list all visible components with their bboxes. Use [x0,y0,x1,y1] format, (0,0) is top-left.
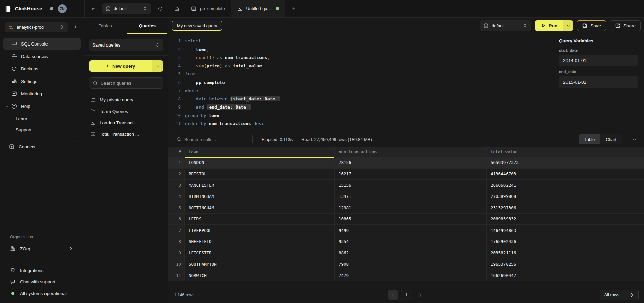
variable-input-end_date[interactable] [559,76,638,88]
cell-total-value[interactable]: 1765902436 [487,236,644,248]
cell-num-transactions[interactable]: 13471 [335,191,487,203]
sidebar-item-help[interactable]: Help [3,100,81,112]
cell-town[interactable]: SHEFFIELD [185,236,335,248]
more-options-button[interactable] [631,137,640,142]
row-index-cell[interactable]: 11 [168,270,185,281]
column-header-index[interactable]: # [168,147,185,157]
cell-town[interactable]: NOTTINGHAM [185,202,335,214]
sql-editor[interactable]: 1select2 town,3 count() as num_transacti… [168,34,553,131]
cell-total-value[interactable]: 4136446703 [487,169,644,180]
cell-num-transactions[interactable]: 7908 [335,259,487,270]
row-index-cell[interactable]: 6 [168,214,185,225]
cell-num-transactions[interactable]: 7479 [335,270,487,281]
new-query-dropdown[interactable] [152,60,163,72]
variable-input-start_date[interactable] [559,55,638,66]
run-database-selector[interactable]: default [480,20,531,31]
workspace-selector[interactable]: aws analytics-prod [5,22,68,32]
home-button[interactable] [168,0,185,17]
cell-num-transactions[interactable]: 12981 [335,202,487,214]
saved-query-tab[interactable]: My new saved query [172,21,222,31]
view-tab-chart[interactable]: Chart [600,134,622,144]
cell-town[interactable]: NORWICH [185,270,335,281]
cell-num-transactions[interactable]: 16217 [335,169,487,180]
cell-town[interactable]: BRISTOL [185,169,335,180]
cell-num-transactions[interactable]: 15156 [335,180,487,191]
cell-total-value[interactable]: 1965378256 [487,259,644,270]
saved-query-item[interactable]: Total Transaction ... [84,128,168,140]
row-index-cell[interactable]: 3 [168,180,185,191]
cell-total-value[interactable]: 2313297306 [487,202,644,214]
search-queries-input[interactable] [101,81,160,86]
cell-town[interactable]: LEICESTER [185,247,335,259]
cell-num-transactions[interactable]: 9354 [335,236,487,248]
saved-query-item[interactable]: Team Queries [84,105,168,117]
add-service-button[interactable]: + [72,24,79,30]
row-index-cell[interactable]: 5 [168,202,185,214]
cell-town[interactable]: BIRMINGHAM [185,191,335,203]
row-index-cell[interactable]: 7 [168,225,185,236]
cell-total-value[interactable]: 2089859332 [487,214,644,225]
cell-num-transactions[interactable]: 9499 [335,225,487,236]
saved-query-item[interactable]: My private query ... [84,94,168,105]
sidebar-item-sql-console[interactable]: SQL Console [3,38,81,50]
cell-total-value[interactable]: 2660602241 [487,180,644,191]
cell-num-transactions[interactable]: 8862 [335,247,487,259]
cell-town[interactable]: SOUTHAMPTON [185,259,335,270]
cell-total-value[interactable]: 2035821116 [487,247,644,259]
collapse-panel-icon[interactable] [90,6,95,11]
sidebar-item-data-sources[interactable]: Data sources [3,51,81,62]
cell-total-value[interactable]: 56593977373 [487,157,644,169]
refresh-icon[interactable] [158,6,163,11]
cell-num-transactions[interactable]: 10865 [335,214,487,225]
sidebar-footer-all-systems-operational[interactable]: All systems operational [0,287,84,299]
expand-chevron[interactable] [5,104,9,108]
column-header-town[interactable]: town [185,147,335,157]
row-index-cell[interactable]: 8 [168,236,185,248]
cell-total-value[interactable]: 1464994863 [487,225,644,236]
new-tab-button[interactable]: + [285,0,302,17]
cell-total-value[interactable]: 2703899808 [487,191,644,203]
saved-queries-selector[interactable]: Saved queries [89,39,163,51]
cell-total-value[interactable]: 1662690447 [487,270,644,281]
tab-untitled-query[interactable]: Untitled qu... [231,0,285,17]
row-index-cell[interactable]: 9 [168,247,185,259]
database-selector[interactable]: default [102,3,151,14]
sidebar-subitem-learn[interactable]: Learn [0,113,84,124]
cell-num-transactions[interactable]: 78156 [335,157,487,169]
sidebar-subitem-support[interactable]: Support [0,124,84,135]
organization-item[interactable]: ZOrg [0,243,84,254]
run-options-button[interactable] [563,20,573,31]
column-header-num-transactions[interactable]: num_transactions [335,147,487,157]
sidebar-item-settings[interactable]: Settings [3,75,81,87]
search-results-input[interactable] [184,137,249,142]
sidebar-footer-chat-with-support[interactable]: Chat with support [0,276,84,287]
cell-town[interactable]: MANCHESTER [185,180,335,191]
share-button[interactable]: Share [610,20,641,31]
avatar[interactable]: ZN [58,4,67,13]
row-index-cell[interactable]: 10 [168,259,185,270]
page-number[interactable]: 1 [401,290,412,300]
new-query-button[interactable]: +New query [89,60,163,72]
sidebar-footer-integrations[interactable]: Integrations [0,265,84,276]
saved-query-item[interactable]: London Transacti... [84,117,168,128]
tab-pp-complete[interactable]: pp_complete [185,0,231,17]
prev-page-button[interactable] [388,290,398,300]
cell-town[interactable]: LEEDS [185,214,335,225]
save-button[interactable]: Save [577,20,606,31]
row-index-cell[interactable]: 1 [168,157,185,169]
row-index-cell[interactable]: 2 [168,169,185,180]
connect-button[interactable]: Connect [5,141,79,152]
view-tab-table[interactable]: Table [579,134,600,144]
tab-tables[interactable]: Tables [84,18,126,34]
column-header-total-value[interactable]: total_value [487,147,644,157]
row-index-cell[interactable]: 4 [168,191,185,203]
cell-town[interactable]: LONDON [185,157,335,169]
tab-queries[interactable]: Queries [126,18,168,34]
cell-town[interactable]: LIVERPOOL [185,225,335,236]
next-page-button[interactable] [415,292,425,298]
sidebar-item-monitoring[interactable]: Monitoring [3,88,81,99]
run-button[interactable]: Run [535,20,573,31]
page-size-selector[interactable]: All rows [600,290,639,300]
sidebar-item-backups[interactable]: Backups [3,63,81,74]
saved-query-label: My private query ... [100,97,139,102]
